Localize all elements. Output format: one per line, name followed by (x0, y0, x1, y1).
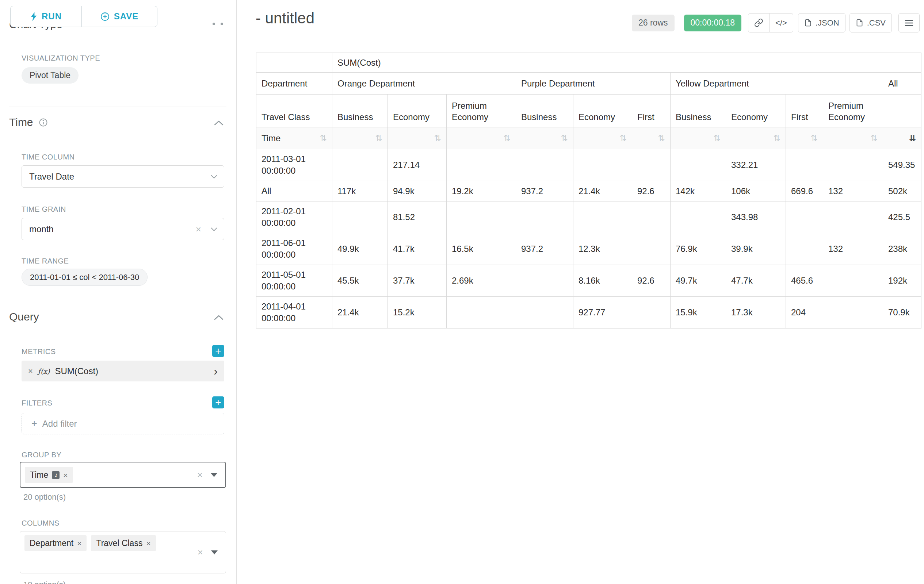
column-header: Economy (573, 95, 632, 127)
row-header: 2011-02-01 00:00:00 (256, 201, 332, 233)
sort-icon[interactable]: ⇅ (620, 134, 627, 142)
column-header: Business (670, 95, 726, 127)
value-cell: 2.69k (447, 265, 516, 297)
group-by-select[interactable]: Time i × × (20, 462, 226, 488)
run-button[interactable]: RUN (10, 6, 82, 27)
divider (9, 107, 226, 107)
columns-tag[interactable]: Department × (25, 535, 87, 551)
add-filter-plus-button[interactable]: + (212, 396, 224, 408)
value-cell (516, 149, 573, 181)
value-cell: 12.3k (573, 233, 632, 265)
columns-tag[interactable]: Travel Class × (91, 535, 155, 551)
column-header (883, 95, 921, 127)
sort-icon[interactable]: ⇅ (774, 134, 780, 142)
download-csv-button[interactable]: .CSV (850, 13, 892, 33)
columns-select[interactable]: Department × Travel Class × × (20, 531, 226, 573)
table-row: 2011-05-01 00:00:0045.5k37.7k2.69k8.16k9… (256, 265, 921, 297)
add-metric-button[interactable]: + (212, 345, 224, 357)
tag-label: Department (30, 538, 73, 548)
table-row: 2011-06-01 00:00:0049.9k41.7k16.5k937.21… (256, 233, 921, 265)
clear-icon[interactable]: × (198, 548, 203, 557)
visualization-type-label: VISUALIZATION TYPE (21, 54, 100, 63)
remove-tag-icon[interactable]: × (63, 471, 68, 479)
row-header: All (256, 181, 332, 201)
value-cell (670, 201, 726, 233)
value-cell (332, 149, 388, 181)
add-filter-label: Add filter (42, 419, 77, 429)
divider (9, 302, 226, 302)
visualization-type-pill[interactable]: Pivot Table (21, 67, 79, 84)
value-cell (632, 233, 670, 265)
value-cell (447, 297, 516, 329)
sort-icon[interactable]: ⇅ (658, 134, 665, 142)
chevron-down-icon (211, 227, 217, 231)
caret-right-icon[interactable]: › (214, 367, 218, 375)
sub-dimension-header: Travel Class (256, 95, 332, 127)
sort-icon[interactable]: ⇅ (871, 134, 878, 142)
value-cell: 41.7k (388, 233, 447, 265)
csv-button-label: .CSV (867, 18, 886, 28)
column-group-header: All (883, 72, 921, 95)
sort-icon-active[interactable]: ⇊ (909, 134, 916, 142)
remove-metric-icon[interactable]: × (28, 367, 33, 375)
clear-icon[interactable]: × (196, 224, 201, 234)
bolt-icon (30, 12, 37, 21)
chart-title[interactable]: - untitled (256, 10, 314, 27)
sort-icon[interactable]: ⇅ (811, 134, 818, 142)
control-panel: Chart Type RUN SAVE VISUALIZATION TYPE P… (0, 0, 237, 584)
sort-row: Time⇅⇅⇅⇅⇅⇅⇅⇅⇅⇅⇅⇊ (256, 127, 921, 149)
column-group-header: Orange Department (332, 72, 516, 95)
column-header: First (786, 95, 823, 127)
value-cell (447, 149, 516, 181)
remove-tag-icon[interactable]: × (77, 540, 81, 547)
sort-icon[interactable]: ⇅ (320, 134, 327, 142)
remove-tag-icon[interactable]: × (146, 540, 150, 547)
collapse-chevron-up-icon[interactable] (214, 120, 223, 125)
clear-icon[interactable]: × (197, 470, 203, 480)
sort-icon[interactable]: ⇅ (434, 134, 441, 142)
value-cell: 70.9k (883, 297, 921, 329)
sort-icon[interactable]: ⇅ (714, 134, 721, 142)
copy-link-button[interactable] (748, 13, 769, 33)
download-json-button[interactable]: .JSON (798, 13, 845, 33)
value-cell: 94.9k (388, 181, 447, 201)
time-range-pill[interactable]: 2011-01-01 ≤ col < 2011-06-30 (21, 269, 148, 286)
save-label: SAVE (114, 12, 139, 21)
metric-item[interactable]: × ƒ(x) SUM(Cost) › (21, 360, 224, 382)
menu-button[interactable] (898, 13, 920, 33)
embed-code-button[interactable]: </> (769, 13, 793, 33)
table-row: All117k94.9k19.2k937.221.4k92.6142k106k6… (256, 181, 921, 201)
columns-options-hint: 19 option(s) (23, 580, 66, 584)
group-by-tag[interactable]: Time i × (25, 467, 73, 483)
add-filter-button[interactable]: + Add filter (21, 413, 224, 434)
sort-icon[interactable]: ⇅ (375, 134, 383, 142)
value-cell (823, 201, 883, 233)
time-grain-select[interactable]: month × (21, 218, 224, 240)
row-header: 2011-03-01 00:00:00 (256, 149, 332, 181)
pivot-table: SUM(Cost)DepartmentOrange DepartmentPurp… (256, 53, 921, 329)
value-cell: 15.2k (388, 297, 447, 329)
save-button[interactable]: SAVE (82, 6, 157, 27)
time-column-value: Travel Date (29, 171, 74, 182)
sort-icon[interactable]: ⇅ (504, 134, 511, 142)
value-cell (516, 265, 573, 297)
row-header: 2011-06-01 00:00:00 (256, 233, 332, 265)
code-icon: </> (776, 18, 787, 28)
chart-area: - untitled 26 rows 00:00:00.18 </> .JSON (237, 0, 924, 584)
value-cell: 16.5k (447, 233, 516, 265)
collapse-chevron-up-icon[interactable] (214, 315, 223, 320)
value-cell: 937.2 (516, 233, 573, 265)
json-button-label: .JSON (815, 18, 839, 28)
sort-icon[interactable]: ⇅ (561, 134, 568, 142)
column-header: Business (332, 95, 388, 127)
filters-label: FILTERS (21, 399, 52, 407)
value-cell: 49.9k (332, 233, 388, 265)
divider (9, 37, 226, 37)
value-cell: 92.6 (632, 265, 670, 297)
column-header: Premium Economy (823, 95, 883, 127)
value-cell (786, 149, 823, 181)
plus-circle-icon (101, 12, 110, 21)
run-save-toolbar: RUN SAVE (10, 6, 157, 27)
time-column-select[interactable]: Travel Date (21, 165, 224, 188)
value-cell (447, 201, 516, 233)
